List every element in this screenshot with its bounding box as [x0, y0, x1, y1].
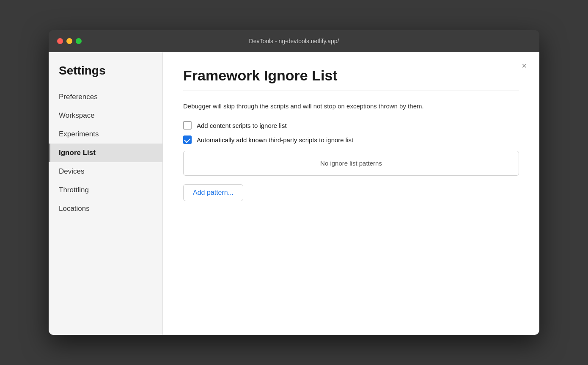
title-bar: DevTools - ng-devtools.netlify.app/ — [49, 30, 539, 52]
window-title: DevTools - ng-devtools.netlify.app/ — [249, 38, 339, 44]
close-traffic-light[interactable] — [57, 38, 63, 44]
maximize-traffic-light[interactable] — [76, 38, 82, 44]
sidebar-item-throttling[interactable]: Throttling — [49, 181, 162, 199]
sidebar-item-devices[interactable]: Devices — [49, 162, 162, 181]
sidebar-item-ignore-list[interactable]: Ignore List — [49, 144, 162, 162]
close-button[interactable]: × — [519, 61, 529, 71]
patterns-empty-text: No ignore list patterns — [320, 160, 382, 167]
sidebar-nav: Preferences Workspace Experiments Ignore… — [49, 88, 162, 218]
checkbox-label-auto-add: Automatically add known third-party scri… — [197, 136, 353, 144]
section-divider — [183, 91, 519, 91]
sidebar: Settings Preferences Workspace Experimen… — [49, 52, 163, 335]
add-pattern-button[interactable]: Add pattern... — [183, 184, 243, 201]
traffic-lights — [57, 38, 82, 44]
checkbox-row-auto-add: Automatically add known third-party scri… — [183, 135, 519, 144]
sidebar-title: Settings — [49, 64, 162, 88]
checkbox-auto-add-third-party[interactable] — [183, 135, 192, 144]
description-text: Debugger will skip through the scripts a… — [183, 101, 488, 111]
main-content: × Framework Ignore List Debugger will sk… — [163, 52, 539, 335]
sidebar-item-workspace[interactable]: Workspace — [49, 106, 162, 125]
patterns-box: No ignore list patterns — [183, 151, 519, 176]
page-title: Framework Ignore List — [183, 67, 519, 84]
sidebar-item-locations[interactable]: Locations — [49, 199, 162, 218]
checkbox-row-content-scripts: Add content scripts to ignore list — [183, 121, 519, 130]
sidebar-item-experiments[interactable]: Experiments — [49, 125, 162, 144]
window: DevTools - ng-devtools.netlify.app/ Sett… — [49, 30, 539, 335]
sidebar-item-preferences[interactable]: Preferences — [49, 88, 162, 106]
checkbox-label-content-scripts: Add content scripts to ignore list — [197, 122, 287, 129]
checkbox-add-content-scripts[interactable] — [183, 121, 192, 130]
window-content: Settings Preferences Workspace Experimen… — [49, 52, 539, 335]
minimize-traffic-light[interactable] — [66, 38, 72, 44]
